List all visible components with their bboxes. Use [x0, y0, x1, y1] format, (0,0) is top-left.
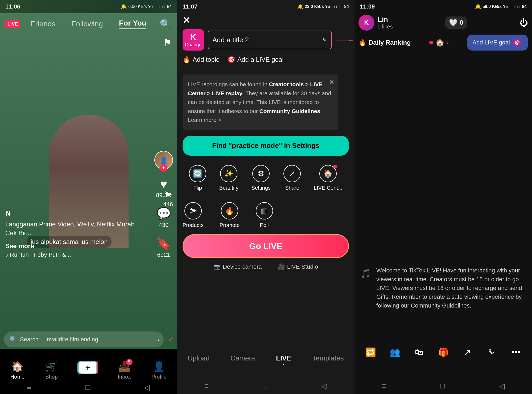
- products-button[interactable]: 🛍 Products: [183, 202, 204, 228]
- nav-home[interactable]: 🏠 Home: [10, 361, 24, 380]
- bookmark-icon: 🔖: [156, 237, 171, 250]
- nav-for-you[interactable]: For You: [119, 19, 146, 29]
- live-center-label: LIVE Cent...: [314, 185, 343, 191]
- home-sys-icon-3[interactable]: □: [440, 382, 445, 390]
- video-area: ⚑ jus alpukat sama jus melon 👤 + ♥ 89.3K…: [0, 0, 177, 349]
- profile-icon: 👤: [153, 361, 165, 372]
- practice-text: Find "practice mode" in Settings: [212, 142, 319, 150]
- add-live-goal-button[interactable]: Add LIVE goal 🎯: [467, 35, 528, 51]
- menu-icon-2[interactable]: ≡: [204, 382, 209, 390]
- tools-row-1: 🔄 Flip ✨ Beautify ⚙ Settings ↗ Share 🏠 L…: [183, 165, 349, 191]
- device-camera-option[interactable]: 📷 Device camera: [213, 263, 262, 270]
- music-label[interactable]: ♪ Runtuh - Feby Putri &...: [5, 251, 145, 258]
- bookmark-button[interactable]: 🔖 6921: [156, 237, 171, 258]
- title-input[interactable]: Add a title 2 ✎: [208, 31, 332, 49]
- signal-2: 23.0 KB/s Ye ↑↑↑ ↑↑ 84: [305, 4, 349, 9]
- edit-icon: ✎: [322, 36, 327, 43]
- poll-button[interactable]: ▦ Poll: [256, 202, 273, 228]
- create-icon: +: [79, 361, 97, 374]
- live-studio-label: LIVE Studio: [287, 263, 318, 270]
- notification-close-button[interactable]: ✕: [329, 77, 334, 87]
- see-more-link[interactable]: See more: [5, 242, 34, 250]
- nav-profile[interactable]: 👤 Profile: [151, 361, 167, 380]
- toolbar-gift-icon[interactable]: 🎁: [436, 345, 451, 359]
- welcome-message-text: Welcome to TikTok LIVE! Have fun interac…: [376, 266, 528, 310]
- search-button[interactable]: 🔍: [160, 18, 172, 30]
- promote-button[interactable]: 🔥 Promote: [220, 202, 240, 228]
- live-center-button[interactable]: 🏠 LIVE Cent...: [314, 165, 343, 191]
- add-live-goal-text: Add LIVE goal: [472, 39, 510, 46]
- nav-following[interactable]: Following: [71, 20, 103, 28]
- flip-button[interactable]: 🔄 Flip: [189, 165, 206, 191]
- tab-upload[interactable]: Upload: [188, 354, 209, 362]
- like-button[interactable]: ♥ 89.3K: [156, 177, 171, 199]
- back-icon-3[interactable]: ◁: [499, 382, 505, 391]
- search-bar[interactable]: 🔍 Search · invalidite film ending › ↙: [4, 331, 164, 347]
- panel-live-stream: 11:09 🔔 59.0 KB/s Ye ↑↑↑ ↑↑ 84 K Lin 0 l…: [354, 0, 532, 394]
- toolbar-heart-icon[interactable]: 🔁: [363, 345, 378, 359]
- nav-shop[interactable]: 🛒 Shop: [45, 361, 58, 380]
- nav-inbox[interactable]: 📥 9 Inbox: [118, 361, 131, 380]
- poll-icon: ▦: [256, 202, 273, 219]
- ranking-indicators: 🏠 ›: [429, 39, 449, 47]
- nav-friends[interactable]: Friends: [31, 20, 55, 28]
- search-query: invalidite film ending: [46, 336, 98, 343]
- tab-templates[interactable]: Templates: [312, 354, 344, 362]
- toolbar-edit-icon[interactable]: ✎: [484, 345, 499, 359]
- status-icons-2: 🔔 23.0 KB/s Ye ↑↑↑ ↑↑ 84: [297, 4, 349, 10]
- bell-icon: 🔔: [297, 4, 303, 10]
- home-icon-small[interactable]: 🏠: [436, 39, 444, 47]
- creator-avatar[interactable]: 👤 +: [154, 151, 173, 169]
- goal-emoji: 🎯: [227, 56, 235, 63]
- back-icon-2[interactable]: ◁: [321, 382, 327, 391]
- like-count: 89.3K: [156, 192, 171, 199]
- comment-icon: 💬: [156, 207, 171, 221]
- search-dot: ·: [41, 336, 43, 343]
- live-studio-option[interactable]: 🎥 LIVE Studio: [278, 263, 318, 270]
- toolbar-share-icon[interactable]: ↗: [460, 345, 475, 359]
- settings-label: Settings: [251, 185, 271, 191]
- go-live-button[interactable]: Go LIVE: [183, 234, 349, 258]
- practice-mode-button[interactable]: Find "practice mode" in Settings: [183, 136, 349, 156]
- menu-icon-3[interactable]: ≡: [382, 382, 386, 390]
- settings-button[interactable]: ⚙ Settings: [251, 165, 271, 191]
- toolbar-users-icon[interactable]: 👥: [387, 345, 402, 359]
- share-live-button[interactable]: ↗ Share: [283, 165, 301, 191]
- topic-goal-row: 🔥 Add topic 🎯 Add a LIVE goal: [183, 56, 349, 63]
- goal-icon: 🎯: [512, 37, 523, 48]
- tab-camera[interactable]: Camera: [230, 354, 255, 362]
- flag-icon[interactable]: ⚑: [163, 37, 172, 48]
- likes-counter: 🤍 0: [445, 16, 467, 29]
- close-button[interactable]: ✕: [183, 15, 191, 26]
- power-button[interactable]: ⏻: [519, 18, 528, 28]
- panel-live-setup: 11:07 🔔 23.0 KB/s Ye ↑↑↑ ↑↑ 84 ✕ K Chang…: [177, 0, 354, 394]
- tab-live[interactable]: LIVE: [276, 354, 291, 362]
- bottom-tabs: Upload Camera LIVE Templates: [177, 349, 354, 367]
- home-sys-icon-2[interactable]: □: [263, 382, 267, 390]
- tiktok-welcome-message: 🎵 Welcome to TikTok LIVE! Have fun inter…: [358, 266, 528, 310]
- home-sys-icon[interactable]: □: [85, 383, 90, 392]
- back-icon[interactable]: ◁: [144, 383, 150, 392]
- beautify-button[interactable]: ✨ Beautify: [219, 165, 238, 191]
- add-topic-button[interactable]: 🔥 Add topic: [183, 56, 219, 63]
- nav-create[interactable]: +: [79, 361, 97, 374]
- toolbar-shop-icon[interactable]: 🛍: [412, 345, 426, 359]
- flip-icon: 🔄: [189, 165, 206, 182]
- follow-plus-icon[interactable]: +: [160, 164, 167, 172]
- comment-button[interactable]: 💬 430: [156, 207, 171, 229]
- add-goal-button[interactable]: 🎯 Add a LIVE goal: [227, 56, 283, 63]
- comment-count: 430: [159, 222, 169, 229]
- menu-icon[interactable]: ≡: [27, 383, 31, 392]
- video-caption: N Langganan Prime Video, WeTv, Netflix M…: [5, 209, 145, 258]
- live-badge: LIVE: [5, 20, 20, 28]
- promote-icon: 🔥: [221, 202, 238, 219]
- panel-feed: 11:06 🔔 6.00 KB/s Ye ↑↑↑ ↑↑ 84 LIVE Frie…: [0, 0, 177, 394]
- toolbar-more-icon[interactable]: •••: [509, 345, 523, 359]
- topic-label: Add topic: [193, 56, 219, 63]
- shop-label: Shop: [45, 374, 58, 380]
- avatar-change-button[interactable]: K Change: [183, 29, 204, 51]
- ranking-dot: [429, 41, 433, 44]
- time-1: 11:06: [5, 3, 20, 10]
- notification-icon: 🔔: [121, 4, 127, 10]
- video-username: N: [5, 209, 145, 218]
